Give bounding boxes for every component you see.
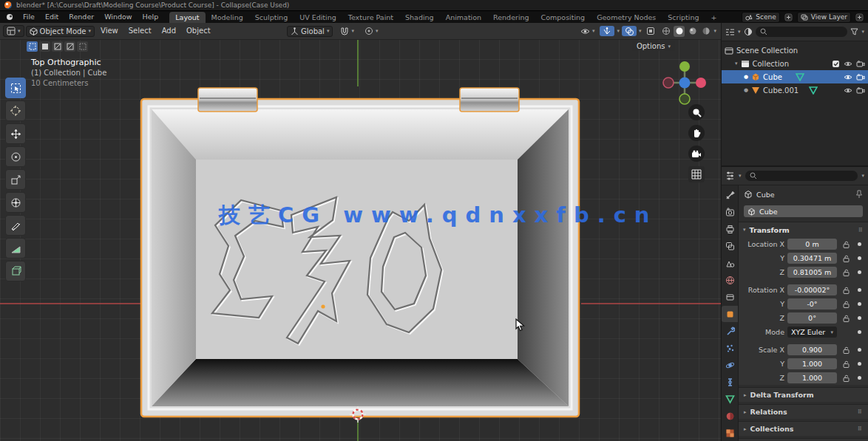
panel-drag-handle[interactable]: ⠿ [858, 227, 864, 233]
hide-viewport-eye-icon[interactable] [844, 61, 852, 67]
animate-dot[interactable] [855, 256, 864, 260]
animate-dot[interactable] [855, 376, 864, 380]
panel-relations[interactable]: ▸ Relations ⠿ [739, 404, 868, 419]
chevron-down-icon[interactable]: ▾ [861, 29, 864, 35]
ptab-render[interactable] [722, 204, 738, 220]
cube-object[interactable] [135, 83, 588, 431]
view-layer-selector[interactable]: View Layer [797, 12, 851, 23]
chevron-down-icon[interactable]: ▾ [713, 28, 716, 34]
select-mode-extend[interactable] [39, 41, 50, 52]
menu-edit[interactable]: Edit [40, 11, 64, 23]
lock-icon[interactable] [840, 375, 852, 382]
lock-icon[interactable] [840, 269, 852, 276]
outliner-editor-icon[interactable] [725, 28, 735, 36]
panel-drag-handle[interactable]: ⠿ [858, 425, 863, 432]
viewport-canvas[interactable]: Top Orthographic (1) Collection | Cube 1… [0, 39, 721, 441]
tool-scale[interactable] [5, 169, 26, 190]
object-name-field[interactable]: Cube [744, 205, 863, 217]
animate-dot[interactable] [855, 348, 864, 352]
disable-render-icon[interactable] [856, 74, 865, 81]
tool-annotate[interactable] [5, 215, 26, 236]
shading-material-button[interactable] [687, 26, 698, 37]
chevron-down-icon[interactable]: ▾ [739, 173, 742, 179]
ptab-output[interactable] [722, 221, 738, 237]
animate-dot[interactable] [855, 316, 864, 320]
chevron-down-icon[interactable]: ▾ [639, 28, 642, 34]
scale-y-input[interactable]: 1.000 [787, 358, 837, 369]
disable-render-icon[interactable] [856, 87, 865, 94]
rotation-x-input[interactable]: -0.00002° [787, 284, 837, 295]
tool-rotate[interactable] [5, 146, 26, 167]
rotation-z-input[interactable]: 0° [787, 312, 837, 324]
editor-type-button[interactable]: ▾ [3, 25, 24, 37]
panel-drag-handle[interactable]: ⠿ [858, 408, 863, 415]
perspective-toggle-icon[interactable] [688, 166, 705, 182]
select-mode-new[interactable] [27, 41, 38, 52]
shading-solid-button[interactable] [674, 26, 685, 37]
ptab-object-data[interactable] [722, 391, 738, 407]
ptab-material[interactable] [722, 408, 738, 424]
overlays-toggle[interactable] [622, 26, 637, 36]
tab-texture-paint[interactable]: Texture Paint [342, 12, 399, 23]
outliner-row-cube-001[interactable]: ● Cube.001 [722, 83, 868, 97]
shading-rendered-button[interactable] [700, 26, 711, 37]
mode-dropdown[interactable]: Object Mode ▾ [26, 26, 95, 37]
properties-editor-icon[interactable] [725, 171, 735, 180]
ptab-view-layer[interactable] [722, 238, 738, 254]
lock-icon[interactable] [840, 287, 852, 294]
pin-icon[interactable] [855, 190, 863, 199]
lock-icon[interactable] [840, 346, 852, 354]
select-mode-intersect[interactable] [77, 41, 88, 52]
menu-file[interactable]: File [18, 11, 40, 23]
animate-dot[interactable] [855, 242, 864, 246]
tab-compositing[interactable]: Compositing [535, 12, 591, 23]
filter-dropdown-icon[interactable]: ▾ [861, 173, 864, 179]
lock-icon[interactable] [840, 301, 852, 308]
ptab-modifiers[interactable] [722, 323, 738, 339]
rotation-y-input[interactable]: -0° [787, 298, 837, 310]
panel-delta-transform[interactable]: ▸ Delta Transform [739, 387, 868, 402]
tab-scripting[interactable]: Scripting [662, 12, 705, 23]
snap-toggle[interactable]: ▾ [337, 26, 357, 36]
menu-render[interactable]: Render [64, 11, 99, 23]
shading-wireframe-button[interactable] [660, 26, 671, 37]
outliner-row-cube[interactable]: ● Cube [722, 70, 868, 83]
location-y-input[interactable]: 0.30471 m [787, 253, 837, 264]
animate-dot[interactable] [855, 270, 864, 274]
exclude-checkbox[interactable] [832, 60, 840, 68]
options-dropdown[interactable]: Options ▾ [632, 41, 675, 51]
animate-dot[interactable] [855, 302, 864, 306]
xray-toggle[interactable] [643, 26, 658, 36]
transform-panel-header[interactable]: ▾ Transform ⠿ [739, 222, 868, 237]
select-mode-invert[interactable] [64, 41, 75, 52]
tab-modeling[interactable]: Modeling [206, 12, 249, 23]
tab-geometry-nodes[interactable]: Geometry Nodes [591, 12, 662, 23]
tool-transform[interactable] [5, 192, 26, 213]
viewport-3d[interactable]: ▾ Object Mode ▾ View Select Add Object G… [0, 23, 721, 441]
lock-icon[interactable] [840, 360, 852, 368]
animate-dot[interactable] [855, 330, 864, 334]
properties-search-input[interactable] [745, 171, 858, 181]
navigation-gizmo[interactable] [662, 60, 708, 106]
new-view-layer-button[interactable] [855, 13, 864, 21]
lock-icon[interactable] [840, 255, 852, 262]
scale-x-input[interactable]: 0.900 [787, 344, 837, 355]
ptab-constraints[interactable] [722, 374, 738, 390]
menu-window[interactable]: Window [99, 11, 137, 23]
menu-add[interactable]: Add [157, 23, 180, 39]
menu-view[interactable]: View [96, 23, 123, 39]
select-mode-subtract[interactable] [52, 41, 63, 52]
camera-view-icon[interactable] [688, 146, 705, 162]
ptab-texture[interactable] [722, 425, 738, 441]
animate-dot[interactable] [855, 288, 864, 292]
location-x-input[interactable]: 0 m [787, 239, 837, 250]
pan-hand-icon[interactable] [688, 125, 705, 141]
transform-orientation-dropdown[interactable]: Global ▾ [287, 26, 333, 37]
tab-sculpting[interactable]: Sculpting [249, 12, 294, 23]
ptab-object[interactable] [722, 306, 738, 322]
gizmos-toggle[interactable] [600, 26, 614, 36]
chevron-down-icon[interactable]: ▾ [738, 29, 741, 35]
blender-menu-icon[interactable] [4, 13, 15, 21]
zoom-icon[interactable] [688, 104, 705, 120]
lock-icon[interactable] [840, 315, 852, 322]
